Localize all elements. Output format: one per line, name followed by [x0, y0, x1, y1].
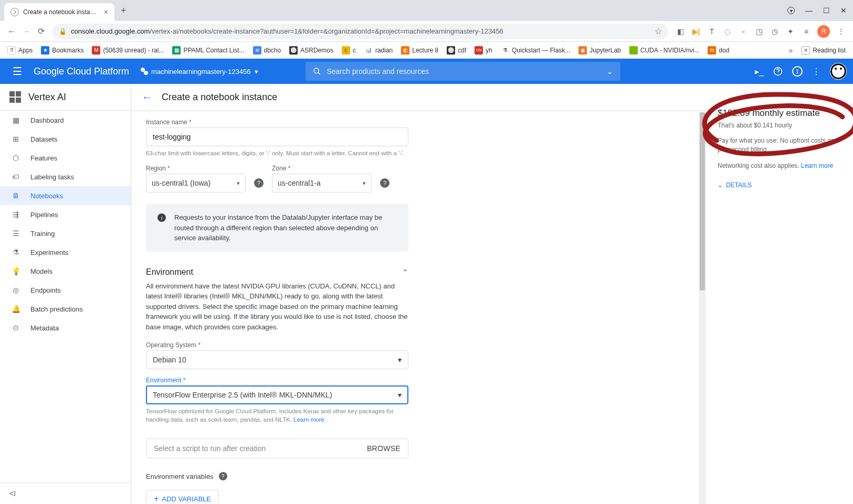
reading-list-button[interactable]: ≡Reading list: [798, 45, 849, 56]
sidebar-item-dashboard[interactable]: ▦Dashboard: [0, 111, 131, 130]
new-tab-button[interactable]: +: [114, 5, 133, 16]
bookmark[interactable]: ★Bookmarks: [38, 45, 87, 56]
extension-icon[interactable]: ◌: [722, 27, 733, 36]
sidebar-item-metadata[interactable]: ⊙Metadata: [0, 318, 131, 337]
back-arrow-icon[interactable]: ←: [142, 91, 152, 103]
browser-tab[interactable]: Create a notebook instance – Ver ×: [4, 3, 114, 21]
extension-icon[interactable]: ▶|: [691, 27, 701, 36]
environment-description: All environment have the latest NVIDIA G…: [146, 281, 408, 333]
batch-icon: 🔔: [10, 305, 21, 313]
bookmark-apps[interactable]: ⠿Apps: [4, 45, 36, 56]
bookmark[interactable]: ONyh: [471, 45, 496, 56]
bookmark[interactable]: ⚪ASRDemos: [286, 45, 336, 56]
sidebar-header[interactable]: Vertex AI: [0, 84, 131, 111]
bookmark[interactable]: CUDA - NVIDIA/nvi...: [626, 45, 703, 56]
learn-more-link[interactable]: Learn more: [801, 162, 833, 169]
sidebar-item-experiments[interactable]: ⚗Experiments: [0, 243, 131, 262]
environment-select[interactable]: TensorFlow Enterprise 2.5 (with Intel® M…: [146, 385, 408, 404]
details-toggle[interactable]: ⌄ DETAILS: [718, 181, 841, 189]
extension-icon[interactable]: T: [707, 27, 717, 36]
learn-more-link[interactable]: Learn more: [293, 416, 324, 423]
instance-name-input[interactable]: [146, 127, 408, 146]
window-maximize-icon[interactable]: ☐: [823, 6, 830, 15]
notifications-badge[interactable]: 1: [792, 66, 803, 77]
models-icon: 💡: [10, 267, 21, 275]
zone-select[interactable]: us-central1-a ▾: [272, 174, 372, 192]
collapse-icon[interactable]: ⌃: [402, 268, 408, 276]
extension-icon[interactable]: ≡: [801, 27, 812, 36]
scrollbar[interactable]: [699, 112, 706, 504]
bookmark[interactable]: mdod: [704, 45, 732, 56]
help-icon[interactable]: [773, 67, 783, 76]
add-variable-button[interactable]: + ADD VARIABLE: [146, 490, 219, 503]
extension-icon[interactable]: ◷: [770, 27, 780, 36]
extension-icon[interactable]: ▫: [738, 27, 749, 36]
extension-icon[interactable]: ◳: [754, 27, 764, 36]
search-input[interactable]: [327, 67, 607, 76]
cost-panel: $102.69 monthly estimate That's about $0…: [706, 84, 853, 504]
region-label: Region *: [146, 165, 246, 172]
bookmark[interactable]: ◉JupyterLab: [575, 45, 624, 56]
sidebar-item-batch[interactable]: 🔔Batch predictions: [0, 299, 131, 318]
bookmark[interactable]: ◐Lecture 8: [398, 45, 441, 56]
os-label: Operating System *: [146, 341, 515, 349]
bookmark-star-icon[interactable]: ☆: [655, 26, 662, 36]
bookmark[interactable]: ≋dbcho: [250, 45, 285, 56]
browse-button[interactable]: BROWSE: [367, 444, 401, 453]
extensions-menu-icon[interactable]: ✦: [785, 27, 796, 36]
scrollbar-thumb[interactable]: [700, 112, 705, 291]
region-select[interactable]: us-central1 (Iowa) ▾: [146, 174, 246, 192]
sidebar-collapse-button[interactable]: <I: [0, 482, 131, 504]
sidebar-item-notebooks[interactable]: 🗎Notebooks: [0, 186, 131, 205]
bookmark[interactable]: 📊radian: [361, 45, 396, 56]
gcp-menu-icon[interactable]: ☰: [6, 65, 28, 78]
instance-name-label: Instance name *: [146, 119, 515, 126]
cost-note: Pay for what you use: No upfront costs a…: [718, 136, 841, 154]
close-tab-icon[interactable]: ×: [104, 8, 108, 16]
bookmark[interactable]: ⚗Quickstart — Flask...: [498, 45, 573, 56]
cloud-shell-icon[interactable]: ▸_: [755, 67, 764, 77]
forward-button: →: [19, 24, 34, 39]
sidebar-item-training[interactable]: ☰Training: [0, 224, 131, 243]
script-placeholder: Select a script to run after creation: [154, 444, 266, 453]
tab-favicon: [10, 8, 19, 16]
browser-account-icon[interactable]: ▾: [787, 7, 795, 14]
cost-hourly: That's about $0.141 hourly: [718, 122, 841, 129]
chevron-down-icon: ▾: [363, 180, 366, 187]
extension-icon[interactable]: ◧: [675, 27, 686, 36]
svg-point-0: [314, 68, 319, 73]
account-avatar[interactable]: [830, 63, 847, 80]
window-minimize-icon[interactable]: —: [805, 6, 813, 15]
search-bar[interactable]: ⌄: [306, 62, 620, 81]
sidebar-item-models[interactable]: 💡Models: [0, 262, 131, 281]
sidebar-item-features[interactable]: ⬡Features: [0, 148, 131, 167]
gcp-logo[interactable]: Google Cloud Platform: [28, 66, 134, 77]
sidebar-item-endpoints[interactable]: ◎Endpoints: [0, 281, 131, 299]
bookmark[interactable]: ⚪cdf: [444, 45, 469, 56]
notebooks-icon: 🗎: [10, 191, 21, 200]
browser-menu-icon[interactable]: ⋮: [836, 27, 846, 36]
window-close-icon[interactable]: ✕: [840, 6, 847, 15]
os-select[interactable]: Debian 10 ▾: [146, 350, 408, 369]
address-bar[interactable]: 🔒 console.cloud.google.com/vertex-ai/not…: [52, 24, 668, 39]
back-button[interactable]: ←: [4, 24, 19, 39]
env-vars-help-icon[interactable]: ?: [219, 472, 227, 480]
bookmark[interactable]: M(50639 unread) - ral...: [89, 45, 167, 56]
script-selector[interactable]: Select a script to run after creation BR…: [146, 438, 408, 458]
info-icon: i: [157, 213, 166, 222]
bookmarks-overflow-icon[interactable]: »: [785, 46, 796, 55]
reload-button[interactable]: ⟳: [34, 24, 48, 39]
chevron-down-icon[interactable]: ⌄: [607, 67, 613, 76]
bookmark[interactable]: ▦PPAML Contact List...: [169, 45, 247, 56]
project-selector[interactable]: machinelearningmastery-123456 ▾: [141, 68, 258, 76]
pipelines-icon: ⇶: [10, 210, 21, 219]
utilities-menu-icon[interactable]: ⋮: [812, 67, 820, 77]
zone-help-icon[interactable]: ?: [380, 178, 389, 188]
profile-avatar[interactable]: R: [817, 25, 830, 38]
bookmark[interactable]: cc: [339, 45, 359, 56]
region-help-icon[interactable]: ?: [254, 178, 264, 188]
sidebar-item-datasets[interactable]: ⊞Datasets: [0, 130, 131, 148]
sidebar-item-pipelines[interactable]: ⇶Pipelines: [0, 205, 131, 224]
sidebar-item-labeling[interactable]: 🏷Labeling tasks: [0, 167, 131, 186]
environment-heading[interactable]: Environment ⌃: [146, 267, 408, 277]
